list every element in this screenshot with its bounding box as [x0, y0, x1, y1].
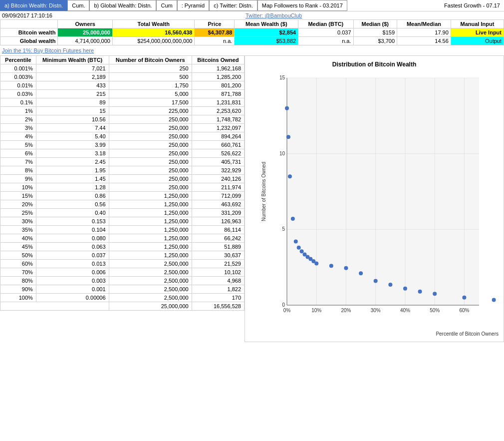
global-row-label: Global wealth: [0, 37, 58, 45]
svg-text:10%: 10%: [311, 308, 321, 313]
chart-data-point: [492, 298, 496, 302]
bitcoin-owners: 25,000,000: [58, 28, 113, 37]
bitcoin-live-input[interactable]: Live Input: [451, 28, 504, 37]
chart-wrapper: Distribution of Bitcoin Wealth 0510150%1…: [245, 55, 504, 342]
bitcoin-mean-median: 17.90: [397, 28, 451, 37]
tab-cum2[interactable]: Cum: [156, 0, 177, 11]
datetime: 09/09/2017 17:10:16: [2, 12, 52, 18]
col-num-owners: Number of Bitcoin Owners: [109, 56, 192, 64]
chart-data-point: [285, 106, 289, 110]
table-row: 10%1.28250,000211,974: [0, 183, 245, 192]
chart-x-label: Percentile of Bitcoin Owners: [250, 331, 499, 337]
table-row: 60%0.0132,500,00021,529: [0, 260, 245, 268]
table-row: 0.03%2155,000871,788: [0, 90, 245, 98]
global-price: n.a.: [195, 37, 235, 45]
table-row: 7%2.45250,000405,731: [0, 158, 245, 166]
table-row: 8%1.95250,000322,929: [0, 166, 245, 175]
svg-text:0: 0: [282, 302, 285, 308]
svg-text:15: 15: [279, 75, 285, 80]
chart-data-point: [288, 174, 292, 178]
svg-text:50%: 50%: [430, 308, 440, 313]
header-owners: Owners: [58, 20, 113, 28]
col-percentile: Percentile: [0, 56, 36, 64]
tab-b[interactable]: b) Global Wealth: Distn.: [89, 0, 156, 11]
header-mean-median: Mean/Median: [397, 20, 451, 28]
table-row: 0.001%7,0212501,962,168: [0, 64, 245, 73]
tab-c[interactable]: c) Twitter: Distn.: [209, 0, 257, 11]
col-min-wealth: Minimum Wealth (BTC): [36, 56, 109, 64]
tab-cum[interactable]: Cum.: [67, 0, 89, 11]
left-table-wrapper: Percentile Minimum Wealth (BTC) Number o…: [0, 55, 245, 342]
svg-text:10: 10: [279, 151, 285, 156]
header-manual-input: Manual Input: [451, 20, 504, 28]
summary-table: Owners Total Wealth Price Mean Wealth ($…: [0, 19, 504, 45]
header-price: Price: [195, 20, 235, 28]
data-section: Percentile Minimum Wealth (BTC) Number o…: [0, 55, 504, 342]
chart-data-point: [314, 262, 318, 266]
total-btc: 16,556,528: [192, 302, 244, 311]
chart-data-point: [329, 264, 333, 268]
bitcoin-median-usd: $159: [353, 28, 397, 37]
svg-text:30%: 30%: [371, 308, 381, 313]
tab-pyramid[interactable]: : Pyramid: [177, 0, 209, 11]
subbar: 09/09/2017 17:10:16 Twitter: @BambouClub: [0, 11, 504, 19]
table-row: 80%0.0032,500,0004,968: [0, 277, 245, 285]
chart-data-point: [344, 266, 348, 270]
chart-data-point: [433, 292, 437, 296]
table-row: 2%10.56250,0001,748,782: [0, 115, 245, 124]
chart-data-point: [291, 217, 295, 221]
bitcoin-price: $4,307.88: [195, 28, 235, 37]
table-row: 35%0.1041,250,00086,114: [0, 226, 245, 234]
chart-data-point: [403, 287, 407, 291]
header-median-btc: Median (BTC): [298, 20, 353, 28]
header-median-usd: Median ($): [353, 20, 397, 28]
chart-data-point: [286, 135, 290, 139]
svg-text:Number of Bitcoins Owned: Number of Bitcoins Owned: [261, 162, 266, 221]
tab-a[interactable]: a) Bitcoin Wealth: Distn.: [0, 0, 67, 11]
table-row: 0.1%8917,5001,231,831: [0, 98, 245, 107]
global-total-wealth: $254,000,000,000,000: [112, 37, 194, 45]
table-row: 90%0.0012,500,0001,822: [0, 285, 245, 294]
tab-map[interactable]: Map Followers to Rank - 03.2017: [257, 0, 347, 11]
join-link[interactable]: Join the 1%: Buy Bitcoin Futures here: [0, 45, 504, 55]
table-row: 40%0.0801,250,00066,242: [0, 234, 245, 243]
table-row: 50%0.0371,250,00030,637: [0, 251, 245, 260]
table-row: 4%5.40250,000894,264: [0, 132, 245, 141]
chart-title: Distribution of Bitcoin Wealth: [250, 61, 499, 68]
svg-text:40%: 40%: [400, 308, 410, 313]
chart-data-point: [374, 279, 378, 283]
svg-rect-0: [287, 78, 479, 305]
top-bar: a) Bitcoin Wealth: Distn. Cum. b) Global…: [0, 0, 504, 11]
table-row: 100%0.000062,500,000170: [0, 294, 245, 302]
svg-text:0%: 0%: [283, 308, 291, 313]
table-row: 25%0.401,250,000331,209: [0, 209, 245, 217]
svg-text:60%: 60%: [459, 308, 469, 313]
svg-text:5: 5: [282, 226, 285, 232]
table-row: 0.003%2,1895001,285,200: [0, 73, 245, 81]
table-row: 0.01%4331,750801,200: [0, 81, 245, 90]
distribution-chart: 0510150%10%20%30%40%50%60%Number of Bitc…: [250, 70, 499, 330]
table-row: 70%0.0062,500,00010,102: [0, 268, 245, 277]
table-row: 45%0.0631,250,00051,889: [0, 243, 245, 251]
table-row: 20%0.561,250,000463,692: [0, 200, 245, 209]
bitcoin-median-btc: 0.037: [298, 28, 353, 37]
header-mean-wealth: Mean Wealth ($): [235, 20, 298, 28]
table-row: 5%3.99250,000660,761: [0, 141, 245, 149]
table-row: 1%15225,0002,253,620: [0, 107, 245, 115]
chart-data-point: [462, 296, 466, 300]
table-row: 6%3.18250,000526,622: [0, 149, 245, 158]
tab-fastest: Fastest Growth - 07.17: [440, 0, 504, 10]
total-owners: 25,000,000: [109, 302, 192, 311]
chart-data-point: [418, 290, 422, 294]
bitcoin-row-label: Bitcoin wealth: [0, 28, 58, 37]
table-row: 15%0.861,250,000712,099: [0, 192, 245, 200]
header-total-wealth: Total Wealth: [112, 20, 194, 28]
bitcoin-total-wealth: 16,560,438: [112, 28, 194, 37]
global-owners: 4,714,000,000: [58, 37, 113, 45]
table-row: 9%1.45250,000240,126: [0, 175, 245, 183]
svg-text:20%: 20%: [341, 308, 351, 313]
table-row: 30%0.1531,250,000126,963: [0, 217, 245, 226]
twitter-link[interactable]: Twitter: @BambouClub: [246, 12, 302, 18]
table-row: 3%7.44250,0001,232,097: [0, 124, 245, 132]
chart-data-point: [294, 240, 298, 244]
